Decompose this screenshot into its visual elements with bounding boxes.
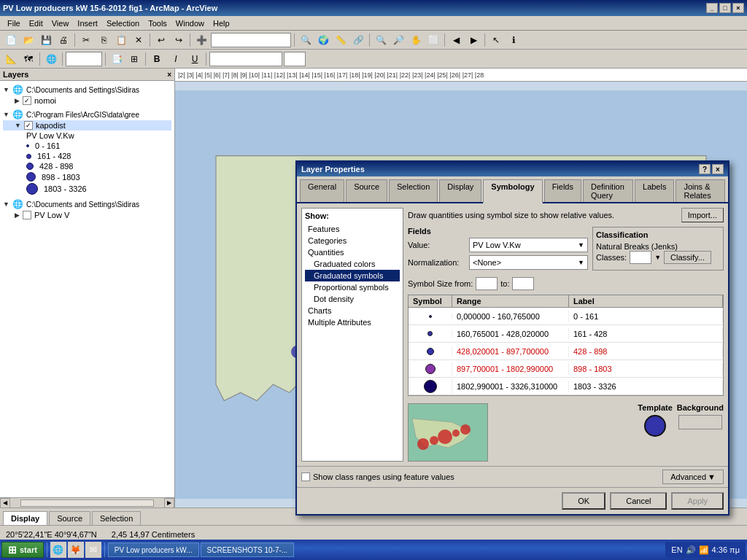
show-quantities[interactable]: Quantities — [305, 246, 400, 258]
minimize-button[interactable]: _ — [706, 3, 718, 13]
show-ranges-checkbox[interactable] — [301, 472, 310, 481]
menu-tools[interactable]: Tools — [144, 18, 171, 29]
tab-joins-relates[interactable]: Joins & Relates — [676, 179, 725, 202]
menu-window[interactable]: Window — [171, 18, 209, 29]
classify-button[interactable]: Classify... — [664, 251, 711, 264]
email-icon[interactable]: ✉ — [85, 542, 101, 558]
italic-btn[interactable]: I — [168, 51, 184, 67]
show-graduated-colors[interactable]: Graduated colors — [305, 258, 400, 270]
measure-btn[interactable]: 📏 — [333, 32, 349, 48]
delete-btn[interactable]: ✕ — [131, 32, 147, 48]
font-name-input[interactable]: Arial — [209, 52, 282, 66]
close-button[interactable]: × — [732, 3, 744, 13]
tab-labels[interactable]: Labels — [635, 179, 674, 202]
table-row[interactable]: 428,020001 - 897,700000 428 - 898 — [409, 343, 723, 360]
ie-icon[interactable]: 🌐 — [50, 542, 66, 558]
print-btn[interactable]: 🖨 — [55, 32, 71, 48]
tab-symbology[interactable]: Symbology — [483, 179, 542, 203]
menu-edit[interactable]: Edit — [25, 18, 47, 29]
add-data-btn[interactable]: ➕ — [193, 32, 209, 48]
dialog-close-btn[interactable]: × — [712, 164, 724, 174]
scroll-left-btn[interactable]: ◀ — [0, 498, 10, 508]
show-graduated-symbols[interactable]: Graduated symbols — [305, 270, 400, 281]
font-size-input[interactable]: 10 — [284, 52, 306, 66]
template-symbol[interactable] — [644, 415, 666, 437]
ok-button[interactable]: OK — [562, 492, 605, 510]
table-row[interactable]: 897,700001 - 1802,990000 898 - 1803 — [409, 360, 723, 378]
checkbox-kapodist[interactable] — [24, 121, 33, 130]
toc-scrollbar[interactable]: ◀ ▶ — [0, 497, 174, 508]
layout-btn[interactable]: 📐 — [3, 51, 19, 67]
start-button[interactable]: ⊞ start — [1, 542, 44, 558]
show-charts[interactable]: Charts — [305, 305, 400, 316]
hyper-btn[interactable]: 🔗 — [350, 32, 366, 48]
map-btn[interactable]: 🗺 — [20, 51, 36, 67]
checkbox-pvlow[interactable] — [23, 211, 31, 219]
redo-btn[interactable]: ↪ — [171, 32, 187, 48]
nav-back-btn[interactable]: ◀ — [448, 32, 464, 48]
background-swatch[interactable] — [678, 415, 722, 429]
tab-display[interactable]: Display — [439, 179, 481, 202]
norm-select[interactable]: <None> ▼ — [469, 255, 588, 270]
toc-close-btn[interactable]: × — [167, 71, 171, 79]
tab-source[interactable]: Source — [49, 511, 90, 525]
zoom-out-btn[interactable]: 🔎 — [390, 32, 406, 48]
underline-btn[interactable]: U — [187, 51, 203, 67]
toc-layer-kapodist[interactable]: ▼ kapodist — [3, 120, 171, 131]
menu-selection[interactable]: Selection — [102, 18, 144, 29]
show-features[interactable]: Features — [305, 223, 400, 235]
select-btn[interactable]: ↖ — [488, 32, 504, 48]
show-proportional-symbols[interactable]: Proportional symbols — [305, 281, 400, 293]
maximize-button[interactable]: □ — [719, 3, 731, 13]
globe-btn[interactable]: 🌐 — [43, 51, 59, 67]
tab-display[interactable]: Display — [3, 511, 47, 525]
info-btn[interactable]: ℹ — [506, 32, 522, 48]
tab-definition-query[interactable]: Definition Query — [583, 179, 633, 202]
table-row[interactable]: 160,765001 - 428,020000 161 - 428 — [409, 325, 723, 343]
open-btn[interactable]: 📂 — [20, 32, 36, 48]
toc-group-item-2[interactable]: ▼ 🌐 C:\Program Files\ArcGIS\data\gree — [3, 109, 171, 120]
value-select[interactable]: PV Low V.Kw ▼ — [469, 238, 588, 252]
show-dot-density[interactable]: Dot density — [305, 293, 400, 305]
menu-help[interactable]: Help — [209, 18, 234, 29]
tab-general[interactable]: General — [300, 179, 344, 202]
grid-btn[interactable]: ⊞ — [126, 51, 142, 67]
advanced-button[interactable]: Advanced ▼ — [662, 470, 724, 484]
toc-group-item-3[interactable]: ▼ 🌐 C:\Documents and Settings\Sidiras — [3, 198, 171, 210]
toc-group-item-1[interactable]: ▼ 🌐 C:\Documents and Settings\Sidiras — [3, 84, 171, 96]
pan-btn[interactable]: ✋ — [408, 32, 424, 48]
new-btn[interactable]: 📄 — [3, 32, 19, 48]
cut-btn[interactable]: ✂ — [78, 32, 94, 48]
nav-fwd-btn[interactable]: ▶ — [465, 32, 481, 48]
menu-insert[interactable]: Insert — [73, 18, 102, 29]
scroll-right-btn[interactable]: ▶ — [164, 498, 174, 508]
toc-layer-nomoi[interactable]: ▶ nomoi — [3, 96, 171, 106]
identify-btn[interactable]: 🔍 — [298, 32, 314, 48]
paste-btn[interactable]: 📋 — [113, 32, 129, 48]
menu-view[interactable]: View — [47, 18, 74, 29]
tab-fields[interactable]: Fields — [544, 179, 581, 202]
taskbar-arcmap[interactable]: PV Low producers kW... — [108, 542, 199, 557]
zoom-in-btn[interactable]: 🔍 — [373, 32, 389, 48]
zoom-full-btn[interactable]: ⬜ — [425, 32, 441, 48]
zoom-pct-input[interactable]: 73% — [66, 52, 102, 66]
taskbar-screenshots[interactable]: SCREENSHOTS 10-7-... — [201, 542, 295, 557]
dialog-help-btn[interactable]: ? — [699, 164, 711, 174]
layer-properties-dialog[interactable]: Layer Properties ? × General Source Sele… — [295, 160, 729, 516]
show-categories[interactable]: Categories — [305, 235, 400, 246]
firefox-icon[interactable]: 🦊 — [68, 542, 84, 558]
import-button[interactable]: Import... — [681, 208, 724, 222]
menu-file[interactable]: File — [3, 18, 25, 29]
size-from-input[interactable]: 4 — [476, 277, 498, 290]
find-btn[interactable]: 🌍 — [315, 32, 331, 48]
tab-source[interactable]: Source — [346, 179, 387, 202]
tab-selection[interactable]: Selection — [389, 179, 438, 202]
page-setup-btn[interactable]: 📑 — [109, 51, 125, 67]
checkbox-nomoi[interactable] — [23, 96, 31, 105]
cancel-button[interactable]: Cancel — [610, 492, 667, 510]
tab-selection[interactable]: Selection — [92, 511, 141, 525]
scale-input[interactable]: 1:2.851.148 — [211, 33, 291, 47]
size-to-input[interactable]: 18 — [512, 277, 534, 290]
copy-btn[interactable]: ⎘ — [96, 32, 112, 48]
classes-input[interactable]: 5 — [630, 251, 651, 264]
